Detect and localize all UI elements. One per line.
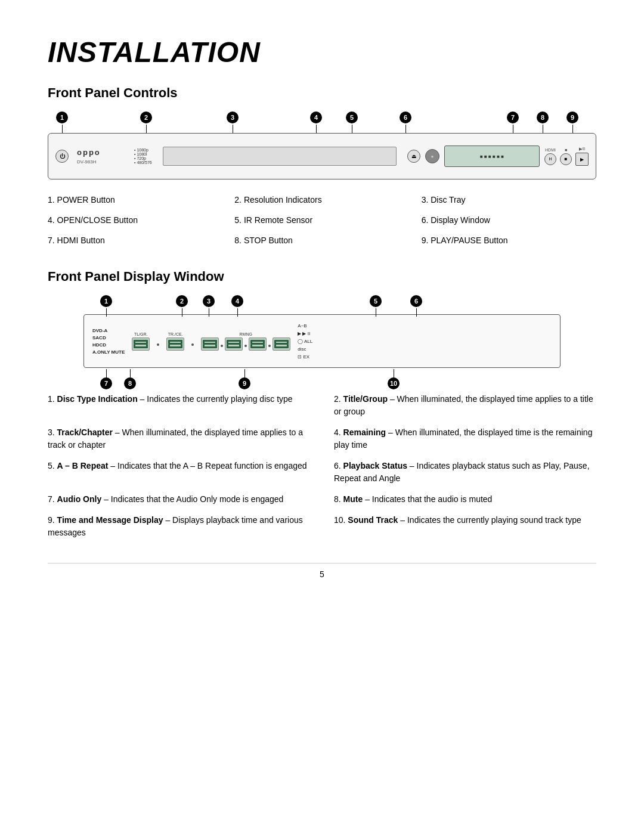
device-callout-numbers: 1 2 3 4 5 bbox=[48, 112, 596, 131]
front-panel-display-section: Front Panel Display Window 1 2 3 4 bbox=[48, 269, 596, 539]
display-callout-5: 5 bbox=[370, 295, 382, 317]
seg-dot-4 bbox=[244, 345, 247, 347]
svg-rect-14 bbox=[203, 340, 216, 342]
display-left-labels: DVD-A SACD HDCD A.ONLY MUTE bbox=[92, 328, 125, 355]
stop-button-graphic: ■ bbox=[560, 153, 572, 165]
svg-rect-34 bbox=[251, 346, 264, 348]
seg-display-tlgr bbox=[132, 337, 150, 351]
callout-number-5: 5 bbox=[346, 112, 358, 123]
svg-rect-28 bbox=[251, 340, 264, 342]
front-panel-display-title: Front Panel Display Window bbox=[48, 269, 596, 284]
legend-item-2: 2. Resolution Indicators bbox=[234, 193, 409, 207]
device-box: ⏻ oppo DV-983H • 1080p • 1080i • 720p • … bbox=[48, 133, 596, 179]
display-diagram: 1 2 3 4 5 bbox=[83, 295, 561, 387]
desc-item-7: 7. Audio Only – Indicates that the Audio… bbox=[48, 493, 310, 506]
seg-display-rmng3 bbox=[249, 337, 267, 351]
front-panel-legend: 1. POWER Button 2. Resolution Indicators… bbox=[48, 193, 596, 247]
legend-item-5: 5. IR Remote Sensor bbox=[234, 213, 409, 227]
power-button-graphic: ⏻ bbox=[55, 150, 69, 163]
legend-item-7: 7. HDMI Button bbox=[48, 233, 222, 247]
desc-item-4: 4. Remaining – When illuminated, the dis… bbox=[334, 426, 596, 451]
legend-item-8: 8. STOP Button bbox=[234, 233, 409, 247]
desc-bold-9: Time and Message Display bbox=[57, 515, 163, 525]
svg-rect-35 bbox=[275, 340, 288, 342]
label-dvd-a: DVD-A bbox=[92, 328, 125, 333]
desc-item-1: 1. Disc Type Indication – Indicates the … bbox=[48, 393, 310, 418]
display-callout-number-7: 7 bbox=[100, 377, 112, 389]
display-right-labels: A~B ▶ ▶ II ◯ ALL disc ⊡ EX bbox=[298, 323, 333, 360]
desc-bold-1: Disc Type Indication bbox=[57, 394, 138, 404]
desc-bold-3: Track/Chapter bbox=[57, 428, 113, 437]
display-callout-4: 4 bbox=[231, 295, 243, 317]
svg-rect-0 bbox=[134, 340, 147, 342]
callout-7: 7 bbox=[507, 112, 519, 133]
right-buttons-group: HDMI H ■ ■ ▶/II ▶ bbox=[544, 147, 589, 166]
display-callout-8: 8 bbox=[124, 368, 136, 389]
device-diagram: 1 2 3 4 5 bbox=[48, 112, 596, 179]
callout-number-1: 1 bbox=[56, 112, 68, 123]
svg-rect-20 bbox=[203, 346, 216, 348]
desc-item-6: 6. Playback Status – Indicates playback … bbox=[334, 460, 596, 485]
disc-tray-graphic bbox=[163, 147, 397, 166]
display-callout-number-3: 3 bbox=[203, 295, 215, 307]
desc-item-2: 2. Title/Group – When illuminated, the d… bbox=[334, 393, 596, 418]
display-callout-number-5: 5 bbox=[370, 295, 382, 307]
callout-number-9: 9 bbox=[566, 112, 578, 123]
display-callout-2: 2 bbox=[176, 295, 188, 317]
desc-bold-4: Remaining bbox=[343, 428, 386, 437]
svg-rect-21 bbox=[227, 340, 240, 342]
svg-rect-7 bbox=[169, 340, 182, 342]
display-callout-number-6: 6 bbox=[410, 295, 422, 307]
display-callout-9: 9 bbox=[239, 368, 250, 389]
label-all: ◯ ALL bbox=[298, 339, 333, 344]
device-model: DV-983H bbox=[77, 159, 96, 165]
callout-5: 5 bbox=[346, 112, 358, 133]
desc-bold-5: A – B Repeat bbox=[57, 461, 109, 470]
desc-bold-7: Audio Only bbox=[57, 494, 102, 504]
seg-display-trce bbox=[166, 337, 184, 351]
display-callout-number-4: 4 bbox=[231, 295, 243, 307]
display-callout-number-2: 2 bbox=[176, 295, 188, 307]
seg-label-rmng: RMNG bbox=[240, 332, 252, 336]
page-number: 5 bbox=[320, 569, 324, 579]
display-callout-1: 1 bbox=[100, 295, 112, 317]
device-logo-area: oppo DV-983H bbox=[77, 148, 125, 165]
legend-item-9: 9. PLAY/PAUSE Button bbox=[422, 233, 596, 247]
display-descriptions: 1. Disc Type Indication – Indicates the … bbox=[48, 393, 596, 539]
svg-rect-38 bbox=[275, 343, 288, 345]
legend-item-6: 6. Display Window bbox=[422, 213, 596, 227]
desc-bold-6: Playback Status bbox=[343, 461, 407, 470]
display-callout-10: 10 bbox=[388, 368, 400, 389]
desc-item-10: 10. Sound Track – Indicates the currentl… bbox=[334, 514, 596, 539]
label-ab: A~B bbox=[298, 323, 333, 329]
callout-4: 4 bbox=[310, 112, 322, 133]
seg-tr-ce: TR./CE. bbox=[166, 332, 184, 351]
svg-rect-24 bbox=[227, 343, 240, 345]
display-callout-number-10: 10 bbox=[388, 377, 400, 389]
front-panel-controls-section: Front Panel Controls 1 2 3 4 bbox=[48, 85, 596, 247]
display-window-box: DVD-A SACD HDCD A.ONLY MUTE TL/GR. bbox=[83, 314, 561, 368]
callout-number-7: 7 bbox=[507, 112, 519, 123]
seg-dot-5 bbox=[268, 345, 271, 347]
desc-item-3: 3. Track/Chapter – When illuminated, the… bbox=[48, 426, 310, 451]
page-title: INSTALLATION bbox=[48, 36, 596, 69]
legend-item-3: 3. Disc Tray bbox=[422, 193, 596, 207]
seg-display-rmng4 bbox=[273, 337, 290, 351]
svg-rect-41 bbox=[275, 346, 288, 348]
desc-item-5: 5. A – B Repeat – Indicates that the A –… bbox=[48, 460, 310, 485]
resolution-indicators: • 1080p • 1080i • 720p • 480/576 bbox=[134, 148, 152, 165]
play-pause-button-graphic: ▶ bbox=[575, 153, 589, 166]
label-aonly-mute: A.ONLY MUTE bbox=[92, 349, 125, 355]
open-close-button-graphic: ⏏ bbox=[407, 150, 420, 163]
callout-3: 3 bbox=[227, 112, 239, 133]
label-disc: disc bbox=[298, 346, 333, 352]
svg-rect-13 bbox=[169, 346, 182, 348]
ir-sensor-graphic: ● bbox=[425, 149, 439, 163]
svg-rect-27 bbox=[227, 346, 240, 348]
desc-bold-2: Title/Group bbox=[343, 394, 388, 404]
svg-rect-3 bbox=[134, 343, 147, 345]
callout-1: 1 bbox=[56, 112, 68, 133]
callout-6: 6 bbox=[400, 112, 411, 133]
front-panel-controls-title: Front Panel Controls bbox=[48, 85, 596, 101]
page-footer: 5 bbox=[48, 563, 596, 579]
